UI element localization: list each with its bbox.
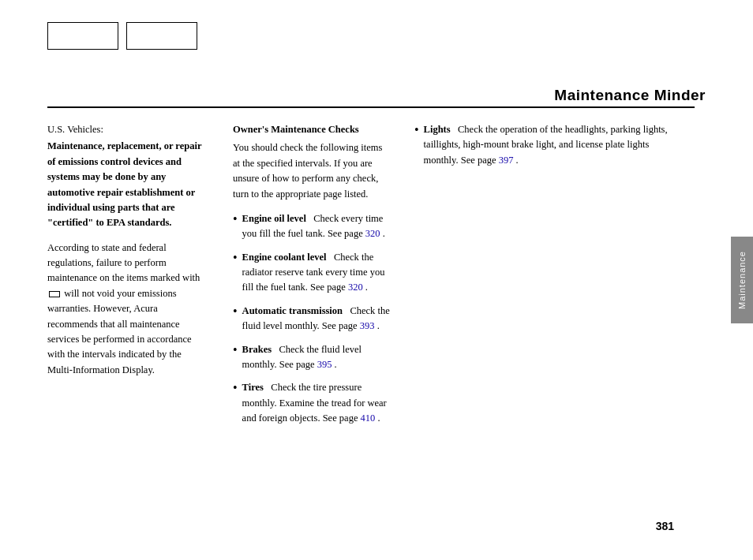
marker-symbol [49, 291, 60, 297]
bullet-dot-3: • [233, 304, 238, 334]
bullet-dot-6: • [414, 122, 419, 168]
title-underline [47, 106, 695, 108]
left-normal-text-1: According to state and federal regulatio… [47, 242, 200, 284]
left-normal-text-2: will not void your emissions warranties.… [47, 288, 192, 375]
bullet-transmission-text: Automatic transmission Check the fluid l… [242, 304, 391, 334]
link-410[interactable]: 410 [361, 413, 376, 424]
bullet-lights: • Lights Check the operation of the head… [414, 122, 674, 168]
right-column: • Lights Check the operation of the head… [403, 122, 674, 497]
side-tab-label: Maintenance [737, 251, 747, 309]
bullet-transmission: • Automatic transmission Check the fluid… [233, 304, 391, 334]
link-397[interactable]: 397 [499, 155, 514, 166]
top-navigation [47, 22, 197, 50]
middle-column: Owner's Maintenance Checks You should ch… [221, 122, 403, 497]
bullet-dot-2: • [233, 250, 238, 296]
bullet-coolant-text: Engine coolant level Check the radiator … [242, 250, 391, 296]
content-area: U.S. Vehicles: Maintenance, replacement,… [47, 122, 674, 497]
bullet-coolant: • Engine coolant level Check the radiato… [233, 250, 391, 296]
bullet-brakes-text: Brakes Check the fluid level monthly. Se… [242, 342, 391, 373]
link-320-oil[interactable]: 320 [365, 228, 380, 239]
bullet-engine-oil-text: Engine oil level Check every time you fi… [242, 211, 391, 242]
left-normal-paragraph: According to state and federal regulatio… [47, 241, 205, 378]
nav-box-1[interactable] [47, 22, 118, 50]
bullet-tires-text: Tires Check the tire pressure monthly. E… [242, 380, 391, 426]
bullet-dot-1: • [233, 211, 238, 242]
left-bold-paragraph: Maintenance, replacement, or repair of e… [47, 139, 205, 230]
side-tab: Maintenance [731, 237, 753, 323]
intro-text: You should check the following items at … [233, 140, 391, 202]
bullet-tires: • Tires Check the tire pressure monthly.… [233, 380, 391, 426]
page-title: Maintenance Minder [554, 87, 706, 103]
page-container: Maintenance Minder U.S. Vehicles: Mainte… [0, 0, 753, 560]
title-section: Maintenance Minder [554, 87, 706, 104]
page-number: 381 [656, 520, 674, 532]
left-column: U.S. Vehicles: Maintenance, replacement,… [47, 122, 221, 497]
bullet-dot-4: • [233, 342, 238, 373]
bullet-engine-oil: • Engine oil level Check every time you … [233, 211, 391, 242]
bullet-lights-text: Lights Check the operation of the headli… [424, 122, 674, 168]
link-320-coolant[interactable]: 320 [348, 282, 363, 293]
link-395[interactable]: 395 [317, 359, 332, 370]
bullet-dot-5: • [233, 380, 238, 426]
section-title: Owner's Maintenance Checks [233, 122, 391, 137]
nav-box-2[interactable] [126, 22, 197, 50]
us-vehicles-label: U.S. Vehicles: [47, 122, 205, 137]
link-393[interactable]: 393 [360, 320, 375, 331]
bullet-brakes: • Brakes Check the fluid level monthly. … [233, 342, 391, 373]
